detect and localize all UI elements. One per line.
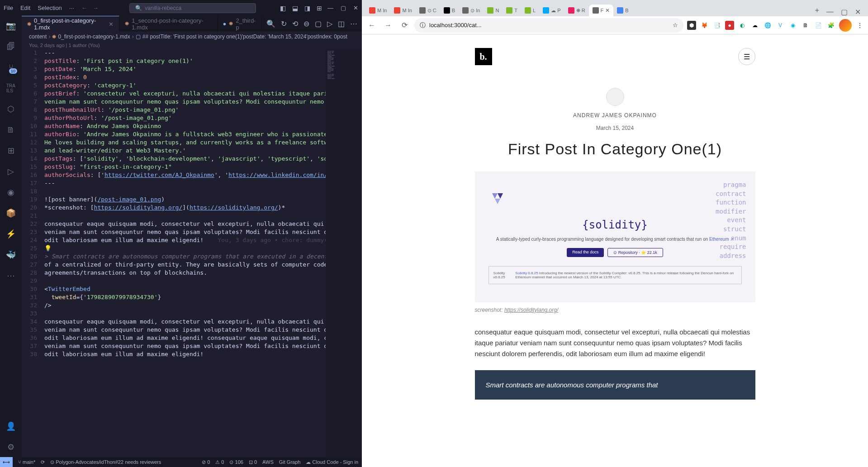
- source-control-icon[interactable]: ⑂: [5, 62, 16, 73]
- nav-forward-icon[interactable]: →: [93, 5, 99, 11]
- browser-tab[interactable]: L: [521, 5, 539, 16]
- extensions-icon[interactable]: ⊞: [5, 145, 16, 156]
- more-icon[interactable]: ⋯: [350, 19, 357, 28]
- ext-icon[interactable]: ●: [725, 21, 734, 30]
- menu-more[interactable]: ···: [69, 5, 74, 11]
- read-docs-button[interactable]: Read the docs: [567, 248, 604, 257]
- star-icon[interactable]: ☆: [673, 22, 678, 29]
- lines-indicator[interactable]: ⊙ 106: [229, 459, 243, 465]
- gitlens-icon[interactable]: ◉: [5, 187, 16, 198]
- browser-tab[interactable]: ⊙ In: [459, 5, 484, 16]
- browser-tab[interactable]: M In: [390, 5, 415, 16]
- close-icon[interactable]: ✕: [353, 5, 358, 11]
- ext-icon[interactable]: 📄: [814, 21, 823, 30]
- info-icon[interactable]: ⓘ: [420, 21, 426, 29]
- files-icon[interactable]: 🗐: [5, 41, 16, 52]
- tab-file-3[interactable]: ● ❋ 2_third-p: [218, 16, 262, 32]
- browser-tab[interactable]: F✕: [589, 5, 614, 16]
- menu-icon[interactable]: ⋮: [855, 21, 864, 30]
- aws-indicator[interactable]: AWS: [262, 459, 274, 465]
- ext-icon[interactable]: V: [776, 21, 785, 30]
- more-icon[interactable]: ⋯: [5, 270, 16, 281]
- layout-grid-icon[interactable]: ⊞: [317, 5, 322, 12]
- site-logo[interactable]: b.: [475, 48, 492, 65]
- ext-icon[interactable]: 🗎: [801, 21, 810, 30]
- menu-edit[interactable]: Edit: [20, 5, 30, 11]
- close-icon[interactable]: ✕: [855, 8, 861, 16]
- tab-file-2[interactable]: ❋ 1_second-post-in-category-1.mdx: [119, 16, 217, 32]
- gitlens-annotation[interactable]: You, 2 days ago | 1 author (You): [22, 42, 362, 49]
- file-icon[interactable]: 🗎: [5, 124, 16, 135]
- trails-icon[interactable]: TRAILS: [5, 83, 16, 94]
- errors-indicator[interactable]: ⊘ 0: [202, 459, 210, 465]
- ext-icon[interactable]: 📑: [712, 21, 721, 30]
- forward-button[interactable]: →: [382, 19, 394, 32]
- browser-tab[interactable]: M In: [365, 5, 390, 16]
- minimize-icon[interactable]: —: [826, 8, 834, 16]
- back-button[interactable]: ←: [365, 19, 378, 32]
- tab-close-icon[interactable]: ✕: [109, 21, 114, 28]
- version-link[interactable]: Solidity 0.8.25: [515, 271, 538, 275]
- browser-tab[interactable]: T: [503, 5, 521, 16]
- code-content[interactable]: ---postTitle: 'First post in category on…: [44, 49, 326, 457]
- layout-right-icon[interactable]: ◨: [304, 5, 310, 12]
- browser-tab[interactable]: B: [440, 5, 459, 16]
- thunder-icon[interactable]: ⚡: [5, 229, 16, 239]
- warnings-indicator[interactable]: ⚠ 0: [215, 459, 224, 465]
- tab-close-icon[interactable]: ✕: [605, 7, 610, 14]
- sync-indicator[interactable]: ⟳: [41, 459, 45, 465]
- debug-icon[interactable]: ▷: [5, 166, 16, 177]
- maximize-icon[interactable]: ▢: [341, 5, 346, 11]
- code-editor[interactable]: 1234567891011121314151617181920212223242…: [22, 49, 362, 457]
- breadcrumb[interactable]: content › ❋ 0_first-post-in-category-1.m…: [22, 32, 362, 42]
- branch-indicator[interactable]: ⑂ main*: [18, 459, 35, 465]
- account-icon[interactable]: 👤: [5, 421, 16, 432]
- browser-tab[interactable]: N: [484, 5, 503, 16]
- run-icon[interactable]: ▷: [327, 19, 332, 28]
- cloud-indicator[interactable]: ☁ Cloud Code - Sign in: [306, 459, 358, 465]
- browser-tab[interactable]: ❋ R: [564, 5, 589, 16]
- gitgraph-indicator[interactable]: Git Graph: [279, 459, 301, 465]
- remote-indicator[interactable]: ⟷: [0, 457, 13, 467]
- caption-link[interactable]: https://soliditylang.org/: [504, 307, 558, 313]
- maximize-icon[interactable]: ▢: [841, 8, 848, 16]
- minimize-icon[interactable]: —: [327, 5, 333, 11]
- layout-bottom-icon[interactable]: ⬓: [292, 5, 298, 12]
- settings-icon[interactable]: ⚙: [5, 442, 16, 453]
- ext-icon[interactable]: ◐: [738, 21, 747, 30]
- reload-icon[interactable]: ↻: [281, 19, 287, 28]
- sync-icon[interactable]: ⟲: [292, 19, 298, 28]
- hamburger-menu[interactable]: ☰: [738, 48, 755, 65]
- nav-back-icon[interactable]: ←: [81, 5, 87, 11]
- browser-tab[interactable]: ☁ P: [539, 5, 564, 16]
- ext-icon[interactable]: ☁: [750, 21, 759, 30]
- ext-icon[interactable]: 🌐: [763, 21, 772, 30]
- search-icon[interactable]: 🔍: [266, 19, 275, 28]
- diff-icon[interactable]: ⊖: [304, 19, 309, 28]
- breadcrumb-item[interactable]: ## postTitle: 'First post in category on…: [142, 33, 347, 40]
- camera-icon[interactable]: 📷: [5, 20, 16, 31]
- extensions-icon[interactable]: 🧩: [826, 21, 835, 30]
- menu-file[interactable]: File: [4, 5, 13, 11]
- address-bar[interactable]: ⓘ localhost:3000/cat... ☆: [414, 18, 683, 33]
- package-icon[interactable]: ⬡: [5, 104, 16, 114]
- repository-button[interactable]: ⊙ Repository · ⭐ 22.1k: [607, 248, 663, 257]
- pr-indicator[interactable]: ⊙ Polygon-Advocates/idThon#22 needs revi…: [50, 459, 161, 465]
- browser-tab[interactable]: B: [613, 5, 632, 16]
- command-center[interactable]: 🔍 vanilla-rebecca: [129, 3, 256, 13]
- tab-file-1[interactable]: ❋ 0_first-post-in-category-1.mdx ✕: [22, 16, 119, 32]
- preview-icon[interactable]: ▢: [315, 19, 322, 28]
- ext-icon[interactable]: 🦊: [700, 21, 709, 30]
- new-tab-button[interactable]: +: [811, 5, 823, 16]
- breadcrumb-item[interactable]: 0_first-post-in-category-1.mdx: [58, 33, 130, 40]
- breadcrumb-item[interactable]: content: [29, 33, 47, 40]
- docker-icon[interactable]: 🐳: [5, 249, 16, 260]
- ext-icon[interactable]: ◉: [788, 21, 797, 30]
- minimap[interactable]: ████ ██ ██████████ ████████ ████████ ███…: [326, 49, 362, 457]
- ext-icon[interactable]: ⬢: [687, 21, 696, 30]
- box-icon[interactable]: 📦: [5, 208, 16, 219]
- reload-button[interactable]: ⟳: [398, 19, 411, 32]
- layout-left-icon[interactable]: ◧: [280, 5, 286, 12]
- split-icon[interactable]: ◫: [338, 19, 345, 28]
- browser-tab[interactable]: ⊙ C: [416, 5, 440, 16]
